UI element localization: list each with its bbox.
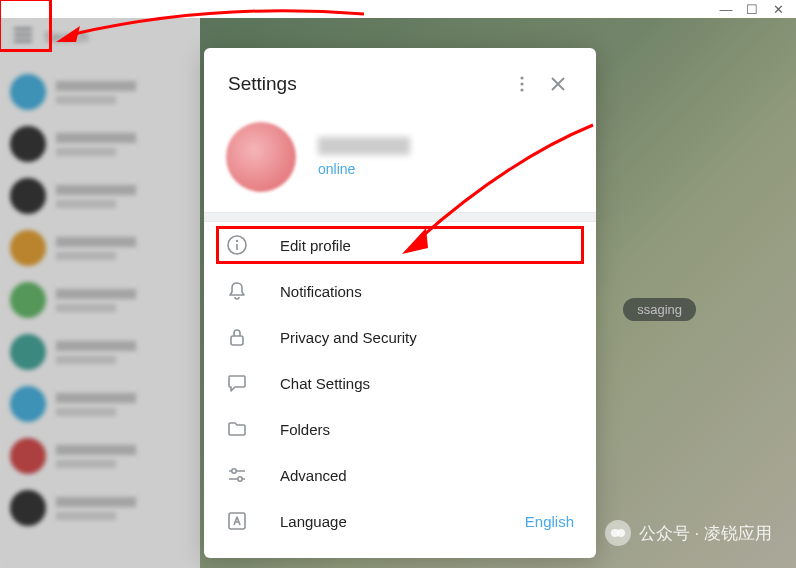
settings-title: Settings — [228, 73, 504, 95]
profile-name — [318, 137, 410, 155]
language-icon — [226, 510, 248, 532]
info-icon — [226, 234, 248, 256]
sliders-icon — [226, 464, 248, 486]
annotation-hamburger-highlight — [0, 0, 52, 52]
profile-section[interactable]: online — [204, 116, 596, 212]
minimize-button[interactable]: — — [718, 1, 734, 17]
svg-point-4 — [236, 240, 238, 242]
more-options-button[interactable] — [504, 66, 540, 102]
watermark-icon — [605, 520, 631, 546]
menu-label: Edit profile — [280, 237, 574, 254]
lock-icon — [226, 326, 248, 348]
separator — [204, 212, 596, 222]
svg-rect-8 — [229, 513, 245, 529]
menu-value: English — [525, 513, 574, 530]
menu-notifications[interactable]: Notifications — [204, 268, 596, 314]
watermark: 公众号 · 凌锐应用 — [605, 520, 772, 546]
svg-point-7 — [238, 477, 242, 481]
watermark-text: 公众号 · 凌锐应用 — [639, 522, 772, 545]
profile-status: online — [318, 161, 410, 177]
svg-point-6 — [232, 469, 236, 473]
menu-label: Advanced — [280, 467, 574, 484]
menu-privacy-security[interactable]: Privacy and Security — [204, 314, 596, 360]
profile-avatar — [226, 122, 296, 192]
menu-label: Notifications — [280, 283, 574, 300]
window-close-button[interactable]: ✕ — [770, 1, 786, 17]
menu-label: Privacy and Security — [280, 329, 574, 346]
chat-icon — [226, 372, 248, 394]
menu-label: Folders — [280, 421, 574, 438]
window-titlebar: — ☐ ✕ — [0, 0, 796, 18]
menu-edit-profile[interactable]: Edit profile — [204, 222, 596, 268]
menu-advanced[interactable]: Advanced — [204, 452, 596, 498]
menu-label: Chat Settings — [280, 375, 574, 392]
close-settings-button[interactable] — [540, 66, 576, 102]
svg-point-0 — [520, 76, 523, 79]
menu-label: Language — [280, 513, 493, 530]
settings-panel: Settings online Edit profile — [204, 48, 596, 558]
bell-icon — [226, 280, 248, 302]
menu-chat-settings[interactable]: Chat Settings — [204, 360, 596, 406]
svg-point-2 — [520, 88, 523, 91]
maximize-button[interactable]: ☐ — [744, 1, 760, 17]
folder-icon — [226, 418, 248, 440]
menu-folders[interactable]: Folders — [204, 406, 596, 452]
svg-point-1 — [520, 82, 523, 85]
menu-language[interactable]: Language English — [204, 498, 596, 544]
svg-rect-5 — [231, 336, 243, 345]
svg-point-12 — [617, 529, 625, 537]
